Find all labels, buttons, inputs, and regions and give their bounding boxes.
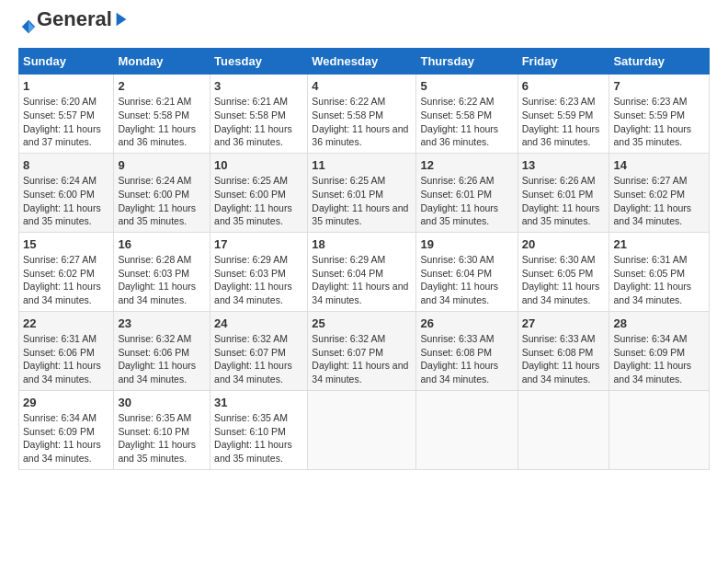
daylight-label: Daylight: 11 hours and 36 minutes. [312,123,408,148]
sunrise-label: Sunrise: 6:26 AM [522,175,596,186]
sunrise-label: Sunrise: 6:22 AM [312,96,385,107]
sunset-label: Sunset: 6:00 PM [23,189,95,200]
calendar-cell: 4Sunrise: 6:22 AMSunset: 5:58 PMDaylight… [308,75,416,154]
daylight-label: Daylight: 11 hours and 35 minutes. [522,202,600,227]
calendar-cell: 16Sunrise: 6:28 AMSunset: 6:03 PMDayligh… [114,232,210,311]
day-number: 4 [312,79,318,93]
calendar-cell: 22Sunrise: 6:31 AMSunset: 6:06 PMDayligh… [19,311,114,390]
sunset-label: Sunset: 6:04 PM [312,268,383,279]
sunset-label: Sunset: 6:09 PM [613,347,685,358]
sunset-label: Sunset: 6:10 PM [118,426,189,437]
day-number: 13 [522,158,535,172]
daylight-label: Daylight: 11 hours and 34 minutes. [613,360,691,385]
calendar-cell: 3Sunrise: 6:21 AMSunset: 5:58 PMDaylight… [210,75,308,154]
sunrise-label: Sunrise: 6:22 AM [420,96,494,107]
logo-arrow-icon [113,11,130,28]
calendar-cell: 15Sunrise: 6:27 AMSunset: 6:02 PMDayligh… [19,232,114,311]
sunset-label: Sunset: 6:09 PM [23,426,95,437]
day-number: 5 [420,79,427,93]
day-number: 18 [312,237,324,251]
sunset-label: Sunset: 6:02 PM [23,268,95,279]
day-number: 1 [23,79,29,93]
daylight-label: Daylight: 11 hours and 37 minutes. [23,123,101,148]
daylight-label: Daylight: 11 hours and 34 minutes. [312,281,408,305]
sunset-label: Sunset: 6:03 PM [214,268,286,279]
calendar-cell: 1Sunrise: 6:20 AMSunset: 5:57 PMDaylight… [19,75,114,154]
day-number: 16 [118,237,131,251]
sunset-label: Sunset: 6:06 PM [23,347,95,358]
day-number: 19 [420,237,433,251]
sunrise-label: Sunrise: 6:35 AM [118,412,191,423]
calendar-cell: 21Sunrise: 6:31 AMSunset: 6:05 PMDayligh… [609,232,710,311]
day-number: 30 [118,396,131,409]
col-header-friday: Friday [518,49,609,75]
daylight-label: Daylight: 11 hours and 36 minutes. [118,123,196,148]
sunrise-label: Sunrise: 6:27 AM [613,175,687,186]
sunrise-label: Sunrise: 6:29 AM [312,254,385,265]
day-number: 27 [522,316,535,330]
daylight-label: Daylight: 11 hours and 34 minutes. [118,281,196,305]
day-number: 20 [522,237,535,251]
sunrise-label: Sunrise: 6:30 AM [420,254,494,265]
daylight-label: Daylight: 11 hours and 34 minutes. [522,281,600,305]
calendar-cell: 18Sunrise: 6:29 AMSunset: 6:04 PMDayligh… [308,232,416,311]
day-number: 21 [613,237,626,251]
daylight-label: Daylight: 11 hours and 34 minutes. [23,281,101,305]
sunset-label: Sunset: 5:58 PM [118,109,189,121]
logo-text [18,15,37,39]
day-number: 12 [420,158,433,172]
sunrise-label: Sunrise: 6:26 AM [420,175,494,186]
sunrise-label: Sunrise: 6:27 AM [23,254,97,265]
sunset-label: Sunset: 6:00 PM [214,189,286,200]
calendar-cell: 17Sunrise: 6:29 AMSunset: 6:03 PMDayligh… [210,232,308,311]
calendar-cell: 28Sunrise: 6:34 AMSunset: 6:09 PMDayligh… [609,311,710,390]
col-header-thursday: Thursday [416,49,518,75]
sunrise-label: Sunrise: 6:29 AM [214,254,288,265]
week-row-2: 8Sunrise: 6:24 AMSunset: 6:00 PMDaylight… [19,153,710,232]
daylight-label: Daylight: 11 hours and 34 minutes. [420,360,498,385]
sunset-label: Sunset: 6:08 PM [522,347,594,358]
day-number: 31 [214,396,227,409]
day-number: 10 [214,158,227,172]
sunrise-label: Sunrise: 6:32 AM [118,333,191,344]
daylight-label: Daylight: 11 hours and 34 minutes. [23,360,101,385]
day-number: 6 [522,79,529,93]
sunset-label: Sunset: 6:02 PM [613,189,685,200]
svg-marker-2 [117,13,127,26]
sunrise-label: Sunrise: 6:31 AM [613,254,687,265]
day-number: 3 [214,79,221,93]
logo-general2: General [37,7,112,31]
calendar-cell: 29Sunrise: 6:34 AMSunset: 6:09 PMDayligh… [19,390,114,469]
sunset-label: Sunset: 5:59 PM [613,109,685,121]
calendar-cell: 24Sunrise: 6:32 AMSunset: 6:07 PMDayligh… [210,311,308,390]
calendar-cell: 25Sunrise: 6:32 AMSunset: 6:07 PMDayligh… [308,311,416,390]
calendar-cell: 27Sunrise: 6:33 AMSunset: 6:08 PMDayligh… [518,311,609,390]
sunset-label: Sunset: 5:58 PM [214,109,286,121]
sunrise-label: Sunrise: 6:31 AM [23,333,97,344]
daylight-label: Daylight: 11 hours and 36 minutes. [214,123,292,148]
calendar-cell: 6Sunrise: 6:23 AMSunset: 5:59 PMDaylight… [518,75,609,154]
sunset-label: Sunset: 5:57 PM [23,109,95,121]
day-number: 17 [214,237,227,251]
sunset-label: Sunset: 6:01 PM [312,189,383,200]
week-row-1: 1Sunrise: 6:20 AMSunset: 5:57 PMDaylight… [19,75,710,154]
day-number: 28 [613,316,626,330]
calendar-cell [416,390,518,469]
calendar-cell: 14Sunrise: 6:27 AMSunset: 6:02 PMDayligh… [609,153,710,232]
week-row-4: 22Sunrise: 6:31 AMSunset: 6:06 PMDayligh… [19,311,710,390]
calendar-cell: 9Sunrise: 6:24 AMSunset: 6:00 PMDaylight… [114,153,210,232]
daylight-label: Daylight: 11 hours and 34 minutes. [613,202,691,227]
daylight-label: Daylight: 11 hours and 35 minutes. [214,202,292,227]
sunset-label: Sunset: 5:58 PM [420,109,492,121]
daylight-label: Daylight: 11 hours and 35 minutes. [118,202,196,227]
daylight-label: Daylight: 11 hours and 34 minutes. [118,360,196,385]
calendar-cell: 31Sunrise: 6:35 AMSunset: 6:10 PMDayligh… [210,390,308,469]
day-number: 22 [23,316,36,330]
sunrise-label: Sunrise: 6:21 AM [118,96,191,107]
day-number: 14 [613,158,626,172]
daylight-label: Daylight: 11 hours and 34 minutes. [23,439,101,464]
sunrise-label: Sunrise: 6:20 AM [23,96,97,107]
daylight-label: Daylight: 11 hours and 34 minutes. [214,281,292,305]
calendar-cell: 30Sunrise: 6:35 AMSunset: 6:10 PMDayligh… [114,390,210,469]
sunset-label: Sunset: 6:01 PM [522,189,594,200]
